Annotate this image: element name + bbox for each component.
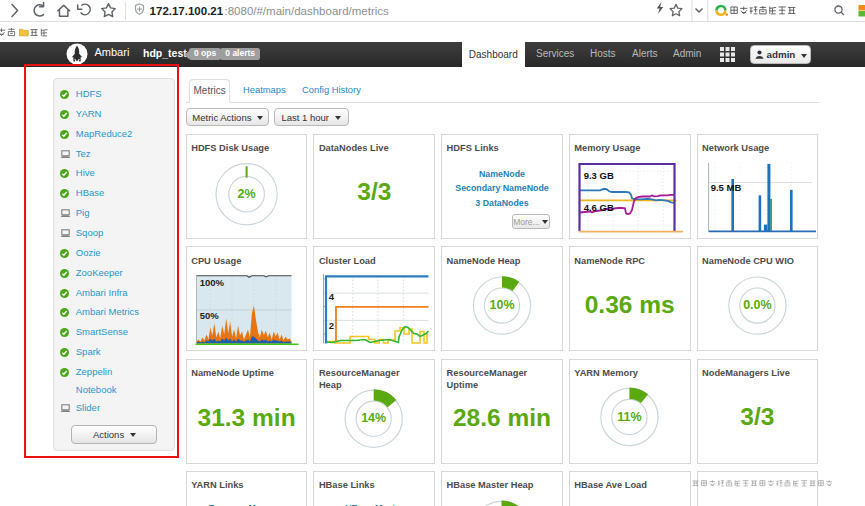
svg-text:2: 2 <box>329 320 334 331</box>
svg-text:4: 4 <box>329 291 335 302</box>
